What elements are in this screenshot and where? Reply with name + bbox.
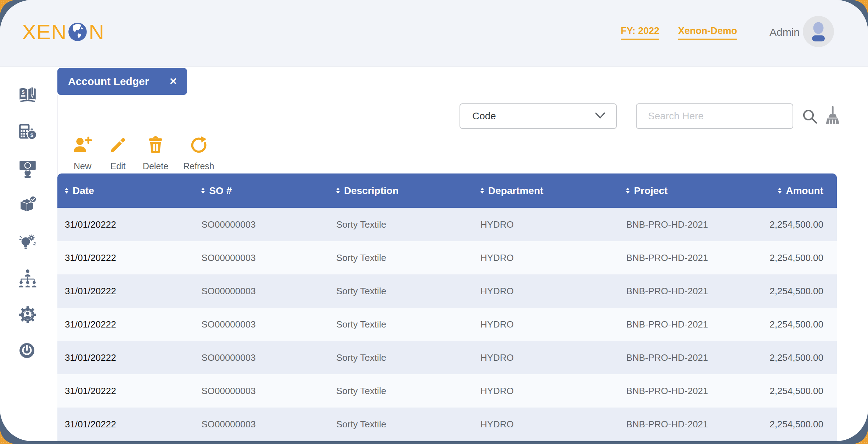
logo-text-right: N xyxy=(89,20,104,44)
table-row[interactable]: 31/01/20222 SO00000003 Sorty Textile HYD… xyxy=(57,408,837,441)
svg-text:$: $ xyxy=(30,132,34,138)
table-header-row: Date SO # Description Department Project… xyxy=(57,173,837,208)
table-row[interactable]: 31/01/20222 SO00000003 Sorty Textile HYD… xyxy=(57,341,837,374)
cell-so: SO00000003 xyxy=(199,241,334,274)
column-header-amount[interactable]: Amount xyxy=(717,173,837,208)
tab-title: Account Ledger xyxy=(68,75,169,87)
user-settings-icon xyxy=(18,320,37,325)
column-header-description[interactable]: Description xyxy=(334,173,478,208)
cell-project: BNB-PRO-HD-2021 xyxy=(624,408,717,441)
cell-project: BNB-PRO-HD-2021 xyxy=(624,308,717,341)
sort-icon[interactable] xyxy=(626,188,630,194)
cell-date: 31/01/20222 xyxy=(57,408,199,441)
sort-icon[interactable] xyxy=(65,188,68,194)
column-header-so[interactable]: SO # xyxy=(199,173,334,208)
cell-department: HYDRO xyxy=(478,341,624,374)
new-button-label: New xyxy=(74,161,91,171)
sort-icon[interactable] xyxy=(201,188,205,194)
column-header-department[interactable]: Department xyxy=(478,173,624,208)
search-button[interactable] xyxy=(801,108,818,125)
cell-department: HYDRO xyxy=(478,308,624,341)
person-icon xyxy=(803,42,834,48)
edit-button[interactable]: Edit xyxy=(101,136,135,171)
edit-button-label: Edit xyxy=(110,161,125,171)
sort-icon[interactable] xyxy=(778,188,782,194)
fiscal-year-link[interactable]: FY: 2022 xyxy=(621,25,659,40)
ledger-book-icon: $ xyxy=(18,100,37,106)
close-icon[interactable]: ✕ xyxy=(169,76,177,87)
table-row[interactable]: 31/01/20222 SO00000003 Sorty Textile HYD… xyxy=(57,308,837,341)
cell-date: 31/01/20222 xyxy=(57,241,199,274)
cell-description: Sorty Textile xyxy=(334,274,478,308)
sidebar-item-organization[interactable] xyxy=(18,269,37,288)
cell-so: SO00000003 xyxy=(199,341,334,374)
top-bar: XEN N FY: 2022 Xenon-Demo Admin xyxy=(0,0,868,67)
company-link[interactable]: Xenon-Demo xyxy=(678,25,737,40)
cell-amount: 2,254,500.00 xyxy=(717,208,837,241)
delete-button[interactable]: Delete xyxy=(137,136,174,171)
refresh-icon xyxy=(190,136,208,155)
power-icon xyxy=(18,355,35,360)
table-row[interactable]: 31/01/20222 SO00000003 Sorty Textile HYD… xyxy=(57,241,837,274)
sidebar-item-ledger[interactable]: $ xyxy=(18,86,37,104)
cell-description: Sorty Textile xyxy=(334,308,478,341)
sidebar-item-user-settings[interactable] xyxy=(18,306,37,324)
svg-text:$: $ xyxy=(22,89,25,95)
column-header-date[interactable]: Date xyxy=(57,173,199,208)
cell-so: SO00000003 xyxy=(199,208,334,241)
user-avatar[interactable] xyxy=(803,16,834,47)
app-window: XEN N FY: 2022 Xenon-Demo Admin $ xyxy=(0,0,868,441)
globe-icon xyxy=(68,22,88,42)
tab-account-ledger[interactable]: Account Ledger ✕ xyxy=(57,68,187,95)
cell-description: Sorty Textile xyxy=(334,408,478,441)
pencil-icon xyxy=(109,136,127,155)
table-row[interactable]: 31/01/20222 SO00000003 Sorty Textile HYD… xyxy=(57,208,837,241)
sort-icon[interactable] xyxy=(336,188,340,194)
cell-department: HYDRO xyxy=(478,241,624,274)
cell-amount: 2,254,500.00 xyxy=(717,341,837,374)
sidebar-item-planning[interactable] xyxy=(18,232,37,250)
search-icon xyxy=(801,121,818,126)
cell-so: SO00000003 xyxy=(199,374,334,408)
refresh-button[interactable]: Refresh xyxy=(176,136,221,171)
sidebar-item-inventory[interactable] xyxy=(18,195,37,214)
cash-payment-icon xyxy=(18,174,37,179)
calculator-money-icon: $ xyxy=(18,137,37,142)
cell-project: BNB-PRO-HD-2021 xyxy=(624,241,717,274)
table-row[interactable]: 31/01/20222 SO00000003 Sorty Textile HYD… xyxy=(57,274,837,308)
code-dropdown-value: Code xyxy=(472,110,594,122)
cell-amount: 2,254,500.00 xyxy=(717,308,837,341)
cell-project: BNB-PRO-HD-2021 xyxy=(624,341,717,374)
sidebar-item-accounting[interactable]: $ xyxy=(18,123,37,141)
broom-icon xyxy=(824,123,841,129)
table-row[interactable]: 31/01/20222 SO00000003 Sorty Textile HYD… xyxy=(57,374,837,408)
code-dropdown[interactable]: Code xyxy=(460,103,617,129)
sidebar-item-logout[interactable] xyxy=(18,342,35,359)
cell-so: SO00000003 xyxy=(199,274,334,308)
cell-description: Sorty Textile xyxy=(334,241,478,274)
cell-department: HYDRO xyxy=(478,374,624,408)
cell-date: 31/01/20222 xyxy=(57,274,199,308)
chevron-down-icon xyxy=(594,112,606,121)
sidebar-item-payments[interactable] xyxy=(18,160,37,178)
cell-amount: 2,254,500.00 xyxy=(717,241,837,274)
column-header-project[interactable]: Project xyxy=(624,173,717,208)
delete-button-label: Delete xyxy=(143,161,168,171)
org-chart-icon xyxy=(18,283,37,289)
cell-department: HYDRO xyxy=(478,208,624,241)
logo-text-left: XEN xyxy=(22,20,67,44)
new-button[interactable]: New xyxy=(64,136,101,171)
cell-project: BNB-PRO-HD-2021 xyxy=(624,274,717,308)
refresh-button-label: Refresh xyxy=(183,161,214,171)
cell-description: Sorty Textile xyxy=(334,208,478,241)
cell-description: Sorty Textile xyxy=(334,374,478,408)
cell-department: HYDRO xyxy=(478,274,624,308)
clear-filter-button[interactable] xyxy=(824,106,841,127)
cell-project: BNB-PRO-HD-2021 xyxy=(624,374,717,408)
cell-description: Sorty Textile xyxy=(334,341,478,374)
cell-date: 31/01/20222 xyxy=(57,208,199,241)
search-input[interactable] xyxy=(636,103,793,129)
idea-gears-icon xyxy=(18,246,37,251)
cell-project: BNB-PRO-HD-2021 xyxy=(624,208,717,241)
sort-icon[interactable] xyxy=(480,188,484,194)
